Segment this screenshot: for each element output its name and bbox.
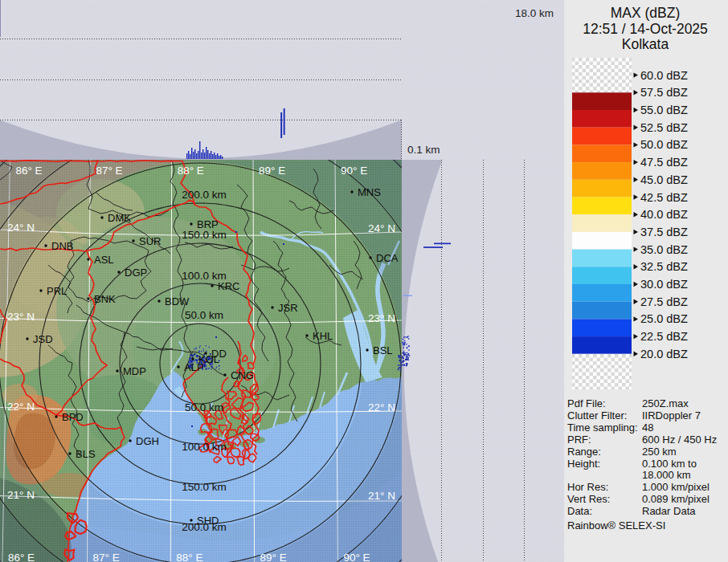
svg-text:Kolkata: Kolkata bbox=[622, 36, 669, 52]
svg-text:37.5 dBZ: 37.5 dBZ bbox=[640, 226, 688, 238]
svg-text:Rainbow® SELEX-SI: Rainbow® SELEX-SI bbox=[567, 519, 665, 531]
svg-text:Pdf File:: Pdf File: bbox=[567, 397, 606, 409]
svg-text:MDP: MDP bbox=[123, 365, 146, 377]
svg-text:52.5 dBZ: 52.5 dBZ bbox=[640, 121, 688, 134]
svg-text:30.0 dBZ: 30.0 dBZ bbox=[640, 278, 688, 291]
svg-text:21° N: 21° N bbox=[368, 490, 395, 502]
svg-text:BDW: BDW bbox=[165, 295, 190, 307]
svg-text:JSR: JSR bbox=[278, 302, 298, 314]
svg-text:40.0 dBZ: 40.0 dBZ bbox=[640, 208, 688, 221]
svg-text:PRF:: PRF: bbox=[567, 434, 591, 446]
svg-text:250 km: 250 km bbox=[642, 446, 677, 458]
svg-text:0.089 km/pixel: 0.089 km/pixel bbox=[642, 493, 710, 505]
svg-text:21° N: 21° N bbox=[7, 489, 35, 501]
svg-text:100.0 km: 100.0 km bbox=[182, 270, 227, 282]
svg-text:86° E: 86° E bbox=[15, 165, 42, 177]
svg-text:Time sampling:: Time sampling: bbox=[567, 422, 638, 434]
svg-text:DNB: DNB bbox=[51, 240, 73, 252]
svg-text:87° E: 87° E bbox=[93, 552, 120, 562]
svg-text:600 Hz / 450 Hz: 600 Hz / 450 Hz bbox=[642, 434, 717, 446]
svg-text:35.0 dBZ: 35.0 dBZ bbox=[640, 243, 688, 256]
svg-text:MNS: MNS bbox=[358, 186, 381, 198]
svg-text:0.1 km: 0.1 km bbox=[407, 144, 440, 156]
svg-text:Hor Res:: Hor Res: bbox=[567, 481, 608, 493]
svg-text:20.0 dBZ: 20.0 dBZ bbox=[640, 348, 688, 360]
svg-text:87° E: 87° E bbox=[96, 165, 122, 177]
svg-text:MAX (dBZ): MAX (dBZ) bbox=[611, 5, 681, 21]
svg-text:22° N: 22° N bbox=[368, 401, 395, 413]
svg-text:DMK: DMK bbox=[108, 212, 131, 224]
svg-text:150.0 km: 150.0 km bbox=[182, 481, 227, 493]
svg-text:50.0 km: 50.0 km bbox=[185, 401, 223, 413]
svg-text:Vert Res:: Vert Res: bbox=[567, 493, 610, 505]
svg-text:Range:: Range: bbox=[567, 446, 601, 458]
svg-text:Radar Data: Radar Data bbox=[642, 505, 696, 517]
svg-text:SUR: SUR bbox=[139, 235, 161, 247]
svg-text:BNK: BNK bbox=[94, 293, 116, 305]
svg-text:200.0 km: 200.0 km bbox=[182, 521, 227, 533]
svg-text:BPD: BPD bbox=[62, 411, 84, 423]
svg-text:0.100 km to: 0.100 km to bbox=[642, 458, 697, 470]
svg-text:1.000 km/pixel: 1.000 km/pixel bbox=[642, 481, 710, 493]
svg-text:89° E: 89° E bbox=[260, 552, 287, 562]
svg-text:88° E: 88° E bbox=[176, 552, 202, 562]
svg-text:23° N: 23° N bbox=[368, 312, 395, 324]
svg-text:ALP: ALP bbox=[184, 361, 204, 373]
svg-text:60.0 dBZ: 60.0 dBZ bbox=[640, 69, 688, 82]
svg-text:47.5 dBZ: 47.5 dBZ bbox=[640, 156, 688, 169]
svg-text:57.5 dBZ: 57.5 dBZ bbox=[640, 86, 688, 99]
svg-text:CNG: CNG bbox=[231, 369, 254, 381]
svg-text:55.0 dBZ: 55.0 dBZ bbox=[640, 104, 688, 116]
svg-text:89° E: 89° E bbox=[259, 165, 285, 177]
svg-text:42.5 dBZ: 42.5 dBZ bbox=[640, 191, 688, 204]
svg-text:BLS: BLS bbox=[76, 448, 96, 460]
svg-text:88° E: 88° E bbox=[178, 165, 204, 177]
svg-text:JSD: JSD bbox=[33, 333, 53, 345]
svg-text:25.0 dBZ: 25.0 dBZ bbox=[640, 312, 688, 325]
svg-text:BSL: BSL bbox=[373, 344, 393, 356]
svg-text:45.0 dBZ: 45.0 dBZ bbox=[640, 173, 688, 186]
svg-text:22° N: 22° N bbox=[7, 401, 35, 413]
svg-text:18.0 km: 18.0 km bbox=[515, 7, 554, 19]
svg-text:27.5 dBZ: 27.5 dBZ bbox=[640, 295, 688, 308]
svg-text:Height:: Height: bbox=[567, 458, 600, 470]
svg-text:100.0 km: 100.0 km bbox=[182, 441, 227, 453]
svg-text:200.0 km: 200.0 km bbox=[182, 189, 227, 201]
svg-text:90° E: 90° E bbox=[343, 552, 370, 562]
svg-text:22.5 dBZ: 22.5 dBZ bbox=[640, 330, 688, 343]
svg-text:DGP: DGP bbox=[125, 267, 147, 279]
svg-text:24° N: 24° N bbox=[368, 222, 395, 234]
svg-text:23° N: 23° N bbox=[7, 311, 35, 323]
svg-text:DGH: DGH bbox=[136, 435, 159, 447]
svg-text:18.000 km: 18.000 km bbox=[642, 469, 691, 481]
svg-text:32.5 dBZ: 32.5 dBZ bbox=[640, 260, 688, 273]
svg-text:48: 48 bbox=[642, 422, 653, 434]
svg-text:PRL: PRL bbox=[47, 285, 67, 297]
svg-text:90° E: 90° E bbox=[341, 165, 367, 177]
svg-text:150.0 km: 150.0 km bbox=[182, 229, 227, 241]
svg-text:24° N: 24° N bbox=[7, 222, 35, 234]
svg-text:IIRDoppler 7: IIRDoppler 7 bbox=[642, 409, 701, 422]
svg-text:ASL: ASL bbox=[94, 254, 114, 266]
svg-text:DCA: DCA bbox=[376, 252, 399, 264]
svg-text:KHL: KHL bbox=[313, 330, 333, 342]
svg-text:12:51 / 14-Oct-2025: 12:51 / 14-Oct-2025 bbox=[583, 21, 708, 37]
svg-text:50.0 km: 50.0 km bbox=[185, 309, 223, 321]
svg-text:50.0 dBZ: 50.0 dBZ bbox=[640, 138, 688, 151]
svg-text:86° E: 86° E bbox=[8, 552, 35, 562]
svg-text:Clutter Filter:: Clutter Filter: bbox=[567, 409, 627, 422]
svg-text:Data:: Data: bbox=[567, 505, 592, 517]
svg-text:250Z.max: 250Z.max bbox=[642, 397, 689, 409]
svg-text:KRC: KRC bbox=[218, 280, 239, 292]
